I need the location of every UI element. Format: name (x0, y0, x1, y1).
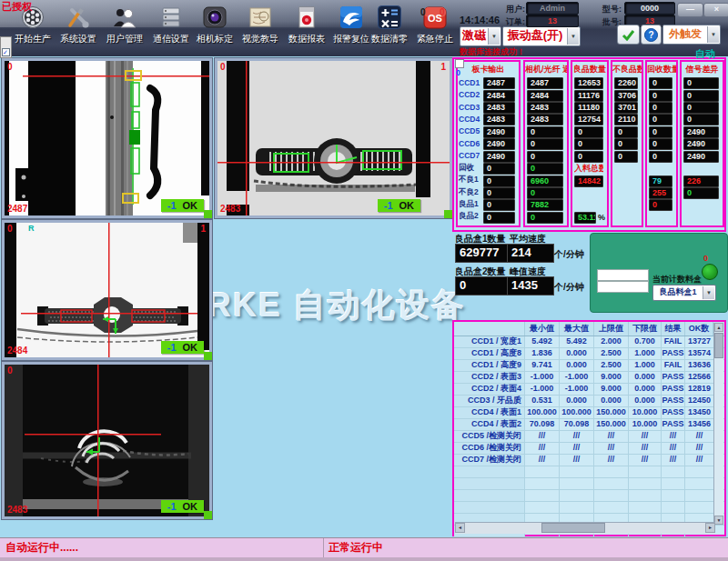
stats-cell (649, 212, 674, 224)
stats-column-group: 回收数量 0 0 (645, 60, 678, 227)
vscroll-thumb[interactable] (714, 333, 723, 358)
stats-value: 0 (483, 163, 515, 175)
vision-teaching-button[interactable]: 视觉教导 (237, 5, 284, 45)
measurement-results-table: 最小值 最大值 上限值 下限值 结果 OK数 CCD1 / 宽度1 5.492 … (452, 320, 726, 536)
toolbar-mini-panel[interactable]: ✓ (0, 36, 12, 58)
bottom-edge-strip (0, 557, 728, 561)
comm-settings-button[interactable]: 通信设置 (147, 5, 195, 45)
camera-view-2: 0 1 2483 -1OK (215, 58, 452, 218)
measurement-label: CCD4 / 表面2 (454, 419, 525, 430)
stats-cell: 0 (614, 138, 640, 150)
user-field[interactable]: Admin (526, 2, 579, 15)
camera-view-4: 0 2483 -1OK (2, 362, 212, 519)
stats-value: 7882 (527, 199, 563, 211)
data-clear-button[interactable]: 数据清零 (366, 5, 413, 45)
user-management-button[interactable]: 用户管理 (101, 5, 148, 45)
cam3-ok-badge: -1OK (161, 341, 204, 354)
confirm-button[interactable] (617, 25, 640, 45)
stats-cell: 0 (649, 199, 674, 211)
stats-cell: 79 (649, 175, 674, 186)
table-row: CCD1 / 宽度1 5.492 5.492 2.000 0.700 FAIL … (454, 336, 724, 348)
stats-value-suffix: % (598, 213, 605, 222)
box2-count-value: 0 (455, 276, 509, 296)
max-value: /// (560, 443, 594, 454)
scroll-left-icon[interactable]: ◄ (455, 523, 465, 533)
stats-cell: 0 (614, 151, 640, 163)
stats-checkbox[interactable] (455, 59, 464, 68)
excite-dropdown[interactable]: 激磁▼ (460, 26, 501, 46)
result-flag: PASS (662, 372, 685, 383)
help-button[interactable]: ? (641, 25, 662, 45)
hscroll-thumb[interactable] (541, 523, 605, 533)
order-field[interactable]: 13 (526, 15, 579, 27)
stats-value: 0 (614, 151, 638, 163)
stats-cell: 0 (527, 151, 565, 163)
stats-leading-zero: 0 (456, 68, 460, 77)
tools-icon (66, 5, 91, 30)
stats-value: 0 (574, 126, 603, 138)
lower-limit: /// (629, 455, 662, 466)
lower-limit (629, 490, 662, 501)
stats-value: 0 (649, 126, 672, 138)
excite-value: 激磁 (460, 27, 488, 44)
result-flag: /// (662, 431, 685, 442)
trigger-dropdown[interactable]: 外触发▼ (662, 25, 721, 45)
stats-value: 0 (527, 126, 563, 138)
stats-row-label: CCD1 (459, 76, 480, 88)
stats-cell (649, 163, 674, 175)
trigger-value: 外触发 (663, 25, 707, 42)
measurement-label: CCD2 / 表面4 (454, 384, 525, 395)
stats-value: 0 (683, 102, 719, 114)
stats-cell (574, 187, 605, 199)
emergency-stop-button[interactable]: OS 紧急停止 (411, 5, 459, 45)
stats-cell: 226 (683, 175, 721, 186)
scroll-up-icon[interactable]: ▲ (714, 323, 723, 332)
results-header: OK数 (685, 322, 713, 336)
stats-value: 255 (649, 187, 672, 199)
ok-count: 12819 (685, 384, 713, 395)
result-flag: FAIL (662, 336, 685, 347)
chevron-down-icon[interactable]: ▼ (703, 286, 714, 299)
button-label: 紧急停止 (411, 33, 459, 45)
vertical-scrollbar[interactable]: ▲ ▼ (713, 323, 723, 525)
stats-value: 0 (649, 90, 672, 102)
results-header: 最大值 (560, 322, 594, 336)
scroll-down-icon[interactable]: ▼ (714, 516, 723, 525)
min-value (525, 478, 560, 489)
close-button[interactable]: × (703, 3, 728, 17)
minimize-button[interactable]: — (677, 3, 703, 17)
count-input-2[interactable] (597, 281, 649, 293)
mini-checkbox[interactable]: ✓ (2, 48, 10, 56)
stats-value: 0 (683, 187, 719, 199)
camera-2-image (217, 61, 450, 215)
cam1-corner-marker (204, 210, 212, 218)
count-box-select[interactable]: 良品料盒1▼ (652, 285, 716, 301)
results-header: 结果 (662, 322, 685, 336)
min-value (525, 502, 560, 513)
stats-row-label: CCD3 (459, 101, 480, 113)
count-input-1[interactable] (597, 269, 649, 281)
stats-cell: 255 (649, 187, 674, 199)
chevron-down-icon[interactable]: ▼ (567, 28, 579, 45)
alarm-reset-icon (339, 5, 364, 30)
upper-limit: 150.000 (594, 407, 629, 418)
results-header: 上限值 (594, 322, 629, 336)
camera-calibration-button[interactable]: 相机标定 (191, 5, 238, 45)
stats-cell (614, 187, 640, 199)
model-field[interactable]: 0000 (624, 2, 675, 15)
stats-cell: 0 (649, 138, 674, 150)
chevron-down-icon[interactable]: ▼ (707, 26, 719, 43)
stats-value: 0 (527, 138, 563, 150)
max-value: 0.000 (560, 348, 594, 359)
data-report-button[interactable]: 数据报表 (283, 5, 330, 45)
ok-count (685, 466, 713, 477)
stats-cell: 入料总数 (574, 163, 605, 175)
horizontal-scrollbar[interactable]: ◄ ► (455, 522, 715, 534)
scroll-right-icon[interactable]: ► (705, 523, 715, 533)
system-settings-button[interactable]: 系统设置 (55, 5, 102, 45)
chevron-down-icon[interactable]: ▼ (488, 28, 500, 45)
stats-value: 0 (527, 212, 563, 224)
main-window: 已授权 ✓ 开始生产 系统设置 用户管理 通信设置 相机标定 视觉教导 数据报表… (0, 0, 728, 561)
min-value: 70.098 (525, 419, 560, 430)
vibration-dropdown[interactable]: 振动盘(开)▼ (502, 26, 581, 46)
